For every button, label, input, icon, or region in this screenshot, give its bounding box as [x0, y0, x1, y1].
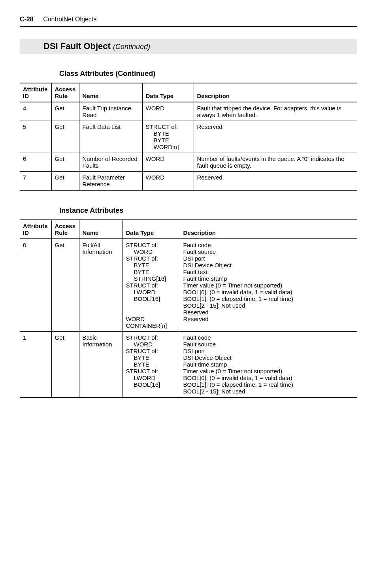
col-desc: Description: [180, 220, 357, 239]
cell-access: Get: [51, 172, 79, 191]
cell-name: Fault Trip Instance Read: [79, 102, 142, 121]
cell-desc: Reserved: [194, 172, 357, 191]
instance-attributes-table: Attribute ID Access Rule Name Data Type …: [20, 219, 357, 398]
col-attr-id: Attribute ID: [20, 83, 51, 102]
cell-attr-id: 4: [20, 102, 51, 121]
cell-access: Get: [51, 332, 79, 398]
page-number: C-28: [20, 16, 34, 23]
col-desc: Description: [194, 83, 357, 102]
cell-name: Basic Information: [79, 332, 123, 398]
cell-access: Get: [51, 102, 79, 121]
cell-desc: Reserved: [194, 121, 357, 153]
cell-dtype: WORD: [142, 153, 194, 172]
instance-attributes-heading: Instance Attributes: [59, 206, 357, 215]
cell-name: Fault Data List: [79, 121, 142, 153]
cell-name: Fault Parameter Reference: [79, 172, 142, 191]
table-row: 7 Get Fault Parameter Reference WORD Res…: [20, 172, 357, 191]
section-continued: (Continued): [113, 43, 150, 51]
page-title: ControlNet Objects: [43, 16, 96, 23]
section-title-bar: DSI Fault Object (Continued): [20, 39, 357, 54]
col-attr-id: Attribute ID: [20, 220, 51, 239]
cell-attr-id: 1: [20, 332, 51, 398]
cell-attr-id: 7: [20, 172, 51, 191]
table-row: 6 Get Number of Recorded Faults WORD Num…: [20, 153, 357, 172]
col-name: Name: [79, 83, 142, 102]
cell-attr-id: 5: [20, 121, 51, 153]
col-dtype: Data Type: [123, 220, 180, 239]
cell-dtype: STRUCT of: WORD STRUCT of: BYTE BYTE STR…: [123, 332, 180, 398]
table-row: 1 Get Basic Information STRUCT of: WORD …: [20, 332, 357, 398]
cell-attr-id: 6: [20, 153, 51, 172]
section-title-text: DSI Fault Object: [43, 41, 111, 51]
class-attributes-table: Attribute ID Access Rule Name Data Type …: [20, 83, 357, 191]
cell-desc: Fault that tripped the device. For adapt…: [194, 102, 357, 121]
cell-attr-id: 0: [20, 239, 51, 332]
cell-dtype: WORD: [142, 102, 194, 121]
col-access: Access Rule: [51, 220, 79, 239]
cell-access: Get: [51, 239, 79, 332]
page-header-row: C-28 ControlNet Objects: [20, 16, 357, 27]
cell-access: Get: [51, 153, 79, 172]
col-dtype: Data Type: [142, 83, 194, 102]
col-access: Access Rule: [51, 83, 79, 102]
table-row: 0 Get Full/All Information STRUCT of: WO…: [20, 239, 357, 332]
col-name: Name: [79, 220, 123, 239]
cell-name: Number of Recorded Faults: [79, 153, 142, 172]
cell-desc: Fault code Fault source DSI port DSI Dev…: [180, 239, 357, 332]
cell-desc: Fault code Fault source DSI port DSI Dev…: [180, 332, 357, 398]
class-attributes-heading: Class Attributes (Continued): [59, 70, 357, 78]
cell-desc: Number of faults/events in the queue. A …: [194, 153, 357, 172]
cell-name: Full/All Information: [79, 239, 123, 332]
cell-dtype: STRUCT of: BYTE BYTE WORD[n]: [142, 121, 194, 153]
table-row: 4 Get Fault Trip Instance Read WORD Faul…: [20, 102, 357, 121]
cell-dtype: STRUCT of: WORD STRUCT of: BYTE BYTE STR…: [123, 239, 180, 332]
cell-dtype: WORD: [142, 172, 194, 191]
table-row: 5 Get Fault Data List STRUCT of: BYTE BY…: [20, 121, 357, 153]
cell-access: Get: [51, 121, 79, 153]
